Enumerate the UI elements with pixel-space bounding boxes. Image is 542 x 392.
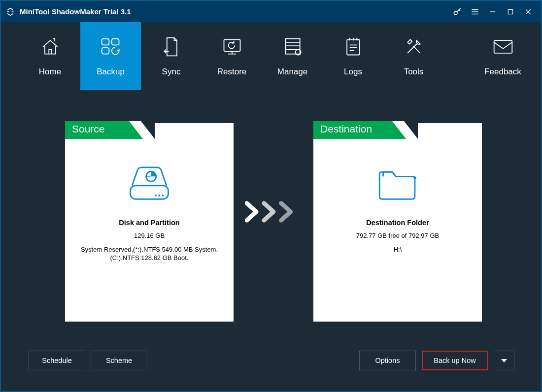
maximize-button[interactable] (502, 1, 519, 22)
svg-rect-10 (130, 186, 168, 199)
app-logo-icon (5, 6, 16, 17)
svg-point-0 (454, 11, 457, 15)
options-button-label: Options (375, 357, 400, 364)
navbar: Home Backup Sync (1, 22, 541, 90)
nav-logs[interactable]: Logs (323, 22, 383, 90)
titlebar: MiniTool ShadowMaker Trial 3.1 (1, 1, 541, 22)
source-panel-body: Disk and Partition 129.16 GB System Rese… (65, 139, 234, 322)
destination-size: 792.77 GB free of 792.97 GB (347, 231, 448, 240)
destination-panel-header: Destination (313, 121, 482, 139)
backup-now-button[interactable]: Back up Now (422, 351, 488, 370)
nav-sync-label: Sync (162, 67, 181, 77)
key-icon[interactable] (448, 1, 466, 22)
nav-backup[interactable]: Backup (80, 22, 141, 90)
source-panel[interactable]: Source Disk and Partition (65, 121, 234, 322)
logs-icon (344, 35, 363, 58)
nav-tools-label: Tools (404, 67, 424, 77)
schedule-button-label: Schedule (42, 357, 71, 364)
svg-rect-5 (224, 39, 240, 51)
app-window: MiniTool ShadowMaker Trial 3.1 (0, 0, 542, 392)
restore-icon (221, 35, 243, 58)
disk-icon (127, 165, 172, 203)
nav-manage-label: Manage (277, 67, 307, 77)
minimize-button[interactable] (484, 1, 502, 22)
nav-manage[interactable]: Manage (262, 22, 323, 90)
backup-dropdown-button[interactable] (494, 351, 514, 370)
source-size: 129.16 GB (125, 231, 173, 240)
svg-rect-1 (508, 9, 512, 14)
svg-rect-3 (111, 39, 119, 45)
backup-icon (99, 35, 123, 58)
nav-backup-label: Backup (97, 67, 125, 77)
bottom-bar: Schedule Scheme Options Back up Now (1, 345, 541, 391)
source-panel-header: Source (65, 121, 234, 139)
close-button[interactable] (519, 1, 537, 22)
source-heading: Disk and Partition (119, 219, 179, 227)
destination-tab-label: Destination (313, 121, 392, 139)
nav-home-label: Home (39, 67, 61, 77)
destination-path: H:\ (385, 245, 411, 254)
sync-icon (163, 35, 180, 58)
tools-icon (403, 35, 425, 58)
source-details: System Reserved,(*:).NTFS 549.00 MB Syst… (65, 245, 234, 262)
window-controls (448, 1, 537, 22)
home-icon (39, 35, 61, 58)
content-area: Source Disk and Partition (1, 90, 541, 391)
svg-rect-9 (494, 40, 512, 53)
schedule-button[interactable]: Schedule (29, 351, 85, 370)
backup-now-button-label: Back up Now (434, 357, 475, 364)
transfer-arrows-icon (245, 201, 302, 223)
scheme-button-label: Scheme (106, 357, 132, 364)
nav-restore-label: Restore (217, 67, 247, 77)
scheme-button[interactable]: Scheme (91, 351, 147, 370)
menu-icon[interactable] (466, 1, 484, 22)
nav-restore[interactable]: Restore (202, 22, 262, 90)
nav-home[interactable]: Home (20, 22, 80, 90)
destination-panel[interactable]: Destination Destination Folder 792.77 GB… (313, 121, 482, 322)
nav-tools[interactable]: Tools (383, 22, 444, 90)
nav-feedback-label: Feedback (484, 67, 521, 77)
app-title: MiniTool ShadowMaker Trial 3.1 (20, 7, 448, 16)
manage-icon (282, 35, 304, 58)
source-tab-label: Source (65, 121, 129, 139)
feedback-icon (492, 35, 514, 58)
svg-rect-2 (102, 39, 109, 45)
folder-icon (375, 165, 420, 203)
options-button[interactable]: Options (359, 351, 416, 370)
nav-feedback[interactable]: Feedback (473, 22, 533, 90)
destination-panel-body: Destination Folder 792.77 GB free of 792… (313, 139, 482, 322)
nav-logs-label: Logs (344, 67, 362, 77)
destination-heading: Destination Folder (366, 219, 429, 227)
svg-rect-4 (102, 48, 109, 54)
svg-rect-6 (285, 39, 300, 54)
nav-sync[interactable]: Sync (141, 22, 202, 90)
